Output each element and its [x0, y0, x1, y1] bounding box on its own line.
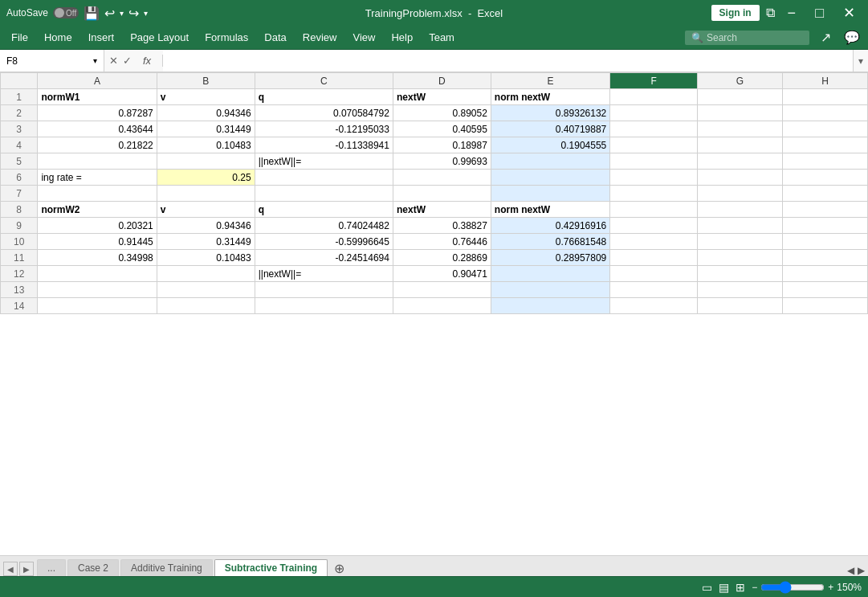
cell[interactable]: [782, 105, 867, 121]
cell[interactable]: [697, 89, 782, 105]
cell[interactable]: [697, 153, 782, 170]
cell[interactable]: [782, 121, 867, 137]
cell[interactable]: [393, 186, 491, 202]
row-number[interactable]: 11: [1, 250, 38, 266]
cell[interactable]: 0.87287: [38, 105, 157, 121]
row-number[interactable]: 5: [1, 153, 38, 170]
cell[interactable]: nextW: [393, 202, 491, 218]
formula-input[interactable]: [163, 50, 853, 72]
cell[interactable]: 0.40595: [393, 121, 491, 137]
cell[interactable]: 0.20321: [38, 218, 157, 234]
cell[interactable]: 0.99693: [393, 153, 491, 170]
undo-icon[interactable]: ↩: [104, 6, 115, 21]
quick-access-dropdown[interactable]: ▾: [144, 9, 148, 18]
cell[interactable]: [157, 186, 255, 202]
cell-reference-box[interactable]: F8 ▾: [0, 50, 104, 72]
cell[interactable]: [782, 266, 867, 282]
cell[interactable]: [697, 186, 782, 202]
cell[interactable]: 0.34998: [38, 250, 157, 266]
cell[interactable]: normW2: [38, 202, 157, 218]
cell[interactable]: [782, 186, 867, 202]
cell[interactable]: [157, 282, 255, 298]
cell[interactable]: [157, 298, 255, 314]
col-header-a[interactable]: A: [38, 73, 157, 89]
menu-item-formulas[interactable]: Formulas: [197, 28, 256, 47]
cell[interactable]: ||nextW||=: [255, 153, 393, 170]
cell[interactable]: [610, 250, 698, 266]
redo-icon[interactable]: ↪: [128, 6, 139, 21]
cell[interactable]: q: [255, 89, 393, 105]
cell[interactable]: [255, 186, 393, 202]
share-icon[interactable]: ↗: [816, 28, 836, 47]
row-number[interactable]: 12: [1, 266, 38, 282]
cell[interactable]: 0.90471: [393, 266, 491, 282]
cell[interactable]: [697, 170, 782, 186]
formula-expand-button[interactable]: ▾: [853, 50, 868, 72]
row-number[interactable]: 1: [1, 89, 38, 105]
cell[interactable]: [782, 170, 867, 186]
cell[interactable]: [782, 202, 867, 218]
sign-in-button[interactable]: Sign in: [711, 5, 760, 21]
cell[interactable]: [697, 266, 782, 282]
cell[interactable]: [610, 282, 698, 298]
cell[interactable]: 0.76681548: [491, 234, 609, 250]
cell[interactable]: 0.74024482: [255, 218, 393, 234]
cell[interactable]: 0.43644: [38, 121, 157, 137]
menu-item-team[interactable]: Team: [421, 28, 463, 47]
col-header-g[interactable]: G: [697, 73, 782, 89]
row-number[interactable]: 9: [1, 218, 38, 234]
sheet-tab-ellipsis[interactable]: ...: [37, 559, 66, 576]
cell[interactable]: 0.18987: [393, 137, 491, 153]
row-number[interactable]: 2: [1, 105, 38, 121]
cell[interactable]: 0.21822: [38, 137, 157, 153]
cell[interactable]: 0.94346: [157, 218, 255, 234]
cell[interactable]: [697, 137, 782, 153]
cell[interactable]: [697, 234, 782, 250]
page-layout-icon[interactable]: ▤: [719, 581, 729, 594]
cell[interactable]: [610, 218, 698, 234]
cell[interactable]: 0.31449: [157, 234, 255, 250]
row-number[interactable]: 7: [1, 186, 38, 202]
menu-item-home[interactable]: Home: [36, 28, 80, 47]
cell[interactable]: [782, 250, 867, 266]
cell[interactable]: 0.91445: [38, 234, 157, 250]
cell[interactable]: [782, 153, 867, 170]
cell[interactable]: q: [255, 202, 393, 218]
cell[interactable]: 0.10483: [157, 137, 255, 153]
sheet-scroll-right-icon[interactable]: ▶: [858, 565, 865, 576]
page-break-icon[interactable]: ⊞: [736, 581, 745, 594]
cell[interactable]: 0.070584792: [255, 105, 393, 121]
row-number[interactable]: 6: [1, 170, 38, 186]
menu-item-view[interactable]: View: [344, 28, 383, 47]
cell[interactable]: [491, 282, 609, 298]
search-box[interactable]: 🔍: [685, 31, 809, 45]
cell[interactable]: [610, 137, 698, 153]
cell[interactable]: -0.12195033: [255, 121, 393, 137]
cell[interactable]: [393, 282, 491, 298]
col-header-d[interactable]: D: [393, 73, 491, 89]
cell[interactable]: [610, 234, 698, 250]
cell[interactable]: 0.42916916: [491, 218, 609, 234]
col-header-b[interactable]: B: [157, 73, 255, 89]
close-button[interactable]: ✕: [837, 0, 862, 26]
zoom-out-button[interactable]: −: [752, 582, 757, 593]
cell[interactable]: 0.31449: [157, 121, 255, 137]
col-header-f[interactable]: F: [610, 73, 698, 89]
cell[interactable]: [393, 298, 491, 314]
cell[interactable]: 0.38827: [393, 218, 491, 234]
row-number[interactable]: 4: [1, 137, 38, 153]
cell[interactable]: [393, 170, 491, 186]
cell[interactable]: [157, 153, 255, 170]
cell[interactable]: [782, 218, 867, 234]
cell[interactable]: [610, 121, 698, 137]
menu-item-help[interactable]: Help: [383, 28, 421, 47]
row-number[interactable]: 13: [1, 282, 38, 298]
save-icon[interactable]: 💾: [84, 6, 100, 21]
sheet-tab-case2[interactable]: Case 2: [67, 559, 119, 576]
col-header-e[interactable]: E: [491, 73, 609, 89]
cell[interactable]: [255, 298, 393, 314]
cell[interactable]: [610, 202, 698, 218]
row-number[interactable]: 3: [1, 121, 38, 137]
cell[interactable]: [610, 298, 698, 314]
cell[interactable]: 0.89052: [393, 105, 491, 121]
